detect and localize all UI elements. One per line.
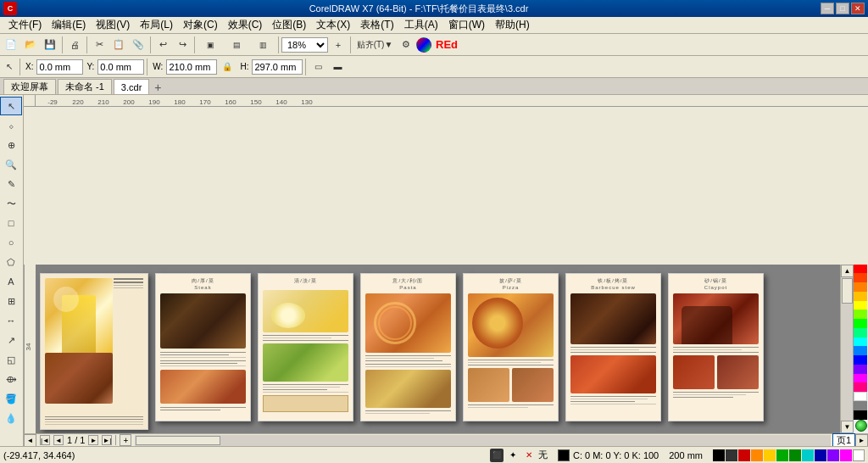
menu-tools[interactable]: 工具(A) [399,16,443,34]
palette-light-blue[interactable] [854,346,867,355]
page-3[interactable]: 清/淡/菜 [258,273,353,421]
maximize-button[interactable]: □ [836,3,849,14]
export-button[interactable]: ▤ [224,36,249,54]
options-button[interactable]: ⚙ [397,36,415,54]
fill-tool[interactable]: 🪣 [0,389,22,408]
palette-pink[interactable] [854,382,867,392]
print-button[interactable]: 🖨 [65,36,84,54]
page-next-button[interactable]: ► [88,435,98,445]
palette-orange[interactable] [854,282,867,292]
zoom-tool[interactable]: 🔍 [0,155,22,174]
scroll-left-button[interactable]: ◄ [24,434,36,447]
swatch-yellow[interactable] [764,449,776,461]
horizontal-scrollbar[interactable]: ◄ |◄ ◄ 1 / 1 ► ►| + 页1 ► [24,433,868,446]
menu-file[interactable]: 文件(F) [3,16,47,34]
copy-button[interactable]: 📋 [109,36,128,54]
tab-add-button[interactable]: + [151,81,164,94]
page-first-button[interactable]: |◄ [40,435,50,445]
eyedropper-tool[interactable]: 💧 [0,409,22,427]
palette-yellow[interactable] [854,301,867,310]
ellipse-tool[interactable]: ○ [0,233,22,252]
blend-tool[interactable]: ⟴ [0,370,22,388]
rect-tool[interactable]: □ [0,214,22,232]
freehand-tool[interactable]: ✎ [0,175,22,193]
menu-layout[interactable]: 布局(L) [135,16,178,34]
menu-window[interactable]: 窗口(W) [443,16,490,34]
tab-cdr[interactable]: 3.cdr [114,79,149,94]
palette-gray[interactable] [854,401,867,410]
color-button[interactable] [416,37,431,53]
palette-teal-green[interactable] [854,328,867,337]
palette-cyan[interactable] [854,337,867,347]
cut-button[interactable]: ✂ [90,36,108,54]
import-button[interactable]: ▣ [198,36,223,54]
select-tool[interactable]: ↖ [2,58,17,76]
scroll-thumb[interactable] [842,278,853,304]
text-tool[interactable]: A [0,272,22,291]
palette-black[interactable] [854,410,867,420]
page-7[interactable]: 砂/锅/菜Claypot [668,273,764,421]
redo-button[interactable]: ↪ [173,36,192,54]
menu-view[interactable]: 视图(V) [91,16,135,34]
connector-tool[interactable]: ↗ [0,331,22,349]
swatch-orange[interactable] [751,449,763,461]
palette-yellow-orange[interactable] [854,292,867,301]
height-input[interactable] [252,59,303,75]
menu-object[interactable]: 对象(C) [178,16,223,34]
paste-button[interactable]: 📎 [129,36,147,54]
tab-welcome[interactable]: 欢迎屏幕 [3,79,56,94]
page-bg-button[interactable]: ▭ [309,58,327,76]
tab-untitled[interactable]: 未命名 -1 [58,79,112,94]
swatch-blue[interactable] [815,449,826,461]
dimension-tool[interactable]: ↔ [0,311,22,330]
border-button[interactable]: ▬ [328,58,347,76]
menu-text[interactable]: 文本(X) [311,16,355,34]
page-4[interactable]: 意/大/利/面Pasta [360,273,456,421]
page-5[interactable]: 披/萨/菜Pizza [463,273,559,421]
pointer-tool[interactable]: ↖ [0,97,22,115]
fill-color-swatch[interactable] [558,449,570,461]
menu-edit[interactable]: 编辑(E) [47,16,91,34]
palette-blue[interactable] [854,355,867,365]
polygon-tool[interactable]: ⬠ [0,253,22,271]
zoom-in-button[interactable]: + [329,36,348,54]
table-tool[interactable]: ⊞ [0,292,22,310]
shadow-tool[interactable]: ◱ [0,350,22,369]
palette-orange-red[interactable] [854,273,867,282]
position-y-input[interactable] [97,59,144,75]
menu-effects[interactable]: 效果(C) [223,16,268,34]
width-input[interactable] [166,59,217,75]
swatch-white[interactable] [853,449,865,461]
swatch-black[interactable] [713,449,725,461]
add-page-button[interactable]: + [120,434,131,446]
zoom-dropdown[interactable]: 18% [281,37,328,53]
new-button[interactable]: 📄 [2,36,20,54]
palette-purple[interactable] [854,365,867,374]
palette-green-circle[interactable] [855,420,867,432]
open-button[interactable]: 📂 [21,36,40,54]
scroll-down-button[interactable]: ▼ [841,421,854,433]
swatch-teal[interactable] [802,449,814,461]
close-button[interactable]: ✕ [851,3,865,14]
h-scroll-thumb[interactable] [136,436,220,445]
menu-table[interactable]: 表格(T) [355,16,398,34]
publish-button[interactable]: ▥ [250,36,275,54]
undo-button[interactable]: ↩ [153,36,172,54]
minimize-button[interactable]: ─ [821,3,834,14]
page-6[interactable]: 铁/板/烤/菜Barbecue stew [565,273,661,421]
scroll-right-button[interactable]: ► [855,434,868,447]
swatch-darkgray[interactable] [726,449,737,461]
swatch-purple[interactable] [827,449,839,461]
swatch-red[interactable] [738,449,750,461]
page-1[interactable] [40,273,148,430]
canvas-viewport[interactable]: 肉/厚/菜Steak [36,265,840,434]
vertical-scrollbar[interactable]: ▲ ▼ [840,265,853,434]
page-prev-button[interactable]: ◄ [53,435,64,445]
node-tool[interactable]: ⬦ [0,116,22,135]
menu-help[interactable]: 帮助(H) [490,16,535,34]
swatch-green[interactable] [776,449,788,461]
smart-tool[interactable]: 〜 [0,194,22,213]
scroll-up-button[interactable]: ▲ [841,265,854,277]
menu-bitmap[interactable]: 位图(B) [267,16,311,34]
palette-red[interactable] [854,265,867,274]
